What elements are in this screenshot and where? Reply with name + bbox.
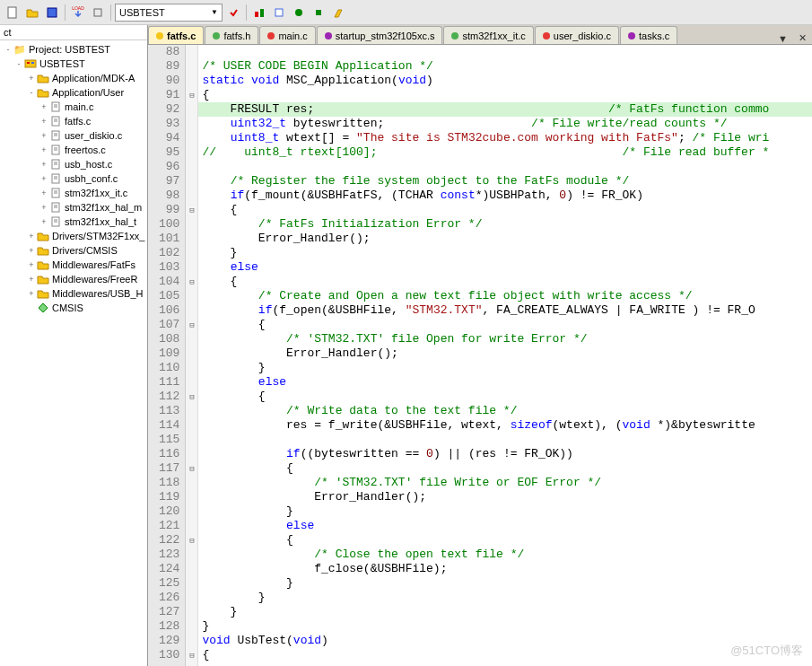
editor-tab[interactable]: tasks.c	[620, 26, 677, 44]
tree-item[interactable]: -Application/User	[2, 85, 145, 100]
expander-icon[interactable]: +	[27, 275, 36, 284]
code-editor[interactable]: 8889909192939495969798991001011021031041…	[148, 45, 812, 666]
project-tree[interactable]: - 📁 Project: USBTEST - USBTEST +Applicat…	[0, 40, 147, 666]
code-line[interactable]: static void MSC_Application(void)	[198, 74, 812, 88]
new-file-icon[interactable]	[4, 4, 22, 22]
expander-icon[interactable]: +	[39, 203, 48, 212]
code-line[interactable]: {	[198, 648, 812, 662]
expander-icon[interactable]: +	[27, 74, 36, 83]
tree-item[interactable]: +Middlewares/USB_H	[2, 286, 145, 301]
expander-icon[interactable]: +	[27, 260, 36, 269]
expander-icon[interactable]: +	[39, 131, 48, 140]
expander-icon[interactable]: +	[39, 117, 48, 126]
code-line[interactable]: Error_Handler();	[198, 346, 812, 361]
expander-icon[interactable]: +	[27, 246, 36, 255]
target-combo[interactable]: USBTEST ▼	[115, 4, 223, 22]
code-line[interactable]: /* FatFs Initialization Error */	[198, 217, 812, 232]
tree-item[interactable]: +main.c	[2, 100, 145, 114]
code-line[interactable]: }	[198, 619, 812, 634]
code-line[interactable]: }	[198, 246, 812, 260]
expander-icon[interactable]: +	[27, 232, 36, 241]
tree-target-root[interactable]: - USBTEST	[2, 57, 145, 71]
stop-build-icon[interactable]	[310, 4, 327, 22]
code-line[interactable]: }	[198, 361, 812, 375]
code-line[interactable]: if(f_mount(&USBHFatFS, (TCHAR const*)USB…	[198, 188, 812, 203]
code-line[interactable]: f_close(&USBHFile);	[198, 562, 812, 576]
code-line[interactable]: {	[198, 461, 812, 476]
editor-tab[interactable]: main.c	[259, 26, 315, 44]
code-line[interactable]: }	[198, 576, 812, 591]
fold-marker[interactable]: ⊟	[186, 318, 197, 332]
code-line[interactable]: /* Close the open text file */	[198, 548, 812, 562]
code-line[interactable]: /* 'STM32.TXT' file Open for write Error…	[198, 332, 812, 346]
expander-icon[interactable]: -	[14, 59, 23, 68]
tree-item[interactable]: CMSIS	[2, 301, 145, 315]
fold-marker[interactable]: ⊟	[186, 648, 197, 662]
code-line[interactable]: else	[198, 375, 812, 390]
editor-tab[interactable]: fatfs.h	[205, 26, 258, 44]
code-line[interactable]: {	[198, 88, 812, 102]
code-line[interactable]: /* Create and Open a new text file objec…	[198, 289, 812, 303]
tree-item[interactable]: +fatfs.c	[2, 114, 145, 128]
tree-item[interactable]: +usb_host.c	[2, 157, 145, 171]
code-line[interactable]: }	[198, 605, 812, 619]
code-line[interactable]: Error_Handler();	[198, 232, 812, 246]
code-line[interactable]: /* Register the file system object to th…	[198, 174, 812, 188]
expander-icon[interactable]: +	[39, 174, 48, 183]
tree-item[interactable]: +usbh_conf.c	[2, 171, 145, 186]
config-icon[interactable]	[224, 4, 242, 22]
code-line[interactable]	[198, 45, 812, 59]
expander-icon[interactable]: +	[39, 160, 48, 169]
tree-item[interactable]: +freertos.c	[2, 143, 145, 157]
fold-marker[interactable]: ⊟	[186, 533, 197, 548]
expander-icon[interactable]: +	[39, 145, 48, 154]
batch-build-icon[interactable]	[290, 4, 308, 22]
code-line[interactable]: if(f_open(&USBHFile, "STM32.TXT", FA_CRE…	[198, 303, 812, 318]
code-line[interactable]: // uint8_t rtext[100]; /* File read buff…	[198, 145, 812, 160]
tree-item[interactable]: +Application/MDK-A	[2, 71, 145, 85]
tree-item[interactable]: +Drivers/STM32F1xx_	[2, 229, 145, 243]
tree-item[interactable]: +user_diskio.c	[2, 128, 145, 143]
code-line[interactable]: uint8_t wtext[] = "The site is STM32cube…	[198, 131, 812, 145]
code-content[interactable]: /* USER CODE BEGIN Application */static …	[198, 45, 812, 666]
tree-item[interactable]: +stm32f1xx_hal_m	[2, 200, 145, 215]
code-line[interactable]	[198, 160, 812, 174]
code-line[interactable]: Error_Handler();	[198, 490, 812, 504]
editor-tab[interactable]: fatfs.c	[148, 26, 204, 44]
rebuild-icon[interactable]	[270, 4, 288, 22]
fold-marker[interactable]: ⊟	[186, 88, 197, 102]
fold-column[interactable]: ⊟⊟⊟⊟⊟⊟⊟⊟	[186, 45, 198, 666]
code-line[interactable]: {	[198, 318, 812, 332]
code-line[interactable]: uint32_t byteswritten; /* File write/rea…	[198, 117, 812, 131]
editor-tab[interactable]: user_diskio.c	[535, 26, 619, 44]
code-line[interactable]: else	[198, 260, 812, 275]
code-line[interactable]	[198, 433, 812, 447]
open-icon[interactable]	[23, 4, 41, 22]
expander-icon[interactable]: +	[39, 102, 48, 111]
fold-marker[interactable]: ⊟	[186, 203, 197, 217]
code-line[interactable]: FRESULT res; /* FatFs function commo	[198, 102, 812, 117]
tree-item[interactable]: +Middlewares/FreeR	[2, 272, 145, 286]
tree-item[interactable]: +Drivers/CMSIS	[2, 243, 145, 258]
tools-icon[interactable]	[89, 4, 107, 22]
code-line[interactable]: /* 'STM32.TXT' file Write or EOF Error *…	[198, 476, 812, 490]
download-icon[interactable]: LOAD	[69, 4, 87, 22]
code-line[interactable]: {	[198, 275, 812, 289]
tree-item[interactable]: +stm32f1xx_hal_t	[2, 215, 145, 229]
expander-icon[interactable]: -	[27, 88, 36, 97]
expander-icon[interactable]: +	[39, 217, 48, 226]
expander-icon[interactable]: +	[39, 188, 48, 197]
build-icon[interactable]	[250, 4, 268, 22]
expander-icon[interactable]: +	[27, 289, 36, 298]
expander-icon[interactable]: -	[4, 45, 13, 54]
code-line[interactable]: if((byteswritten == 0) || (res != FR_OK)…	[198, 447, 812, 461]
code-line[interactable]: void UsbTest(void)	[198, 634, 812, 648]
fold-marker[interactable]: ⊟	[186, 275, 197, 289]
dropdown-icon[interactable]: ▼	[773, 33, 793, 44]
code-line[interactable]: {	[198, 203, 812, 217]
editor-tab[interactable]: stm32f1xx_it.c	[443, 26, 533, 44]
save-icon[interactable]	[43, 4, 61, 22]
tree-item[interactable]: +Middlewares/FatFs	[2, 258, 145, 272]
tree-project-root[interactable]: - 📁 Project: USBTEST	[2, 42, 145, 57]
close-tab-icon[interactable]: ✕	[793, 32, 812, 44]
